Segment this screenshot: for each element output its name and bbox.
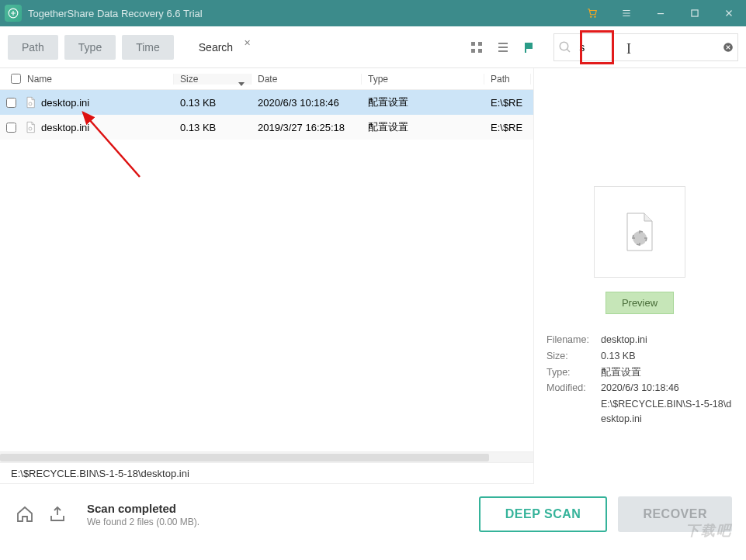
col-type[interactable]: Type xyxy=(362,74,484,85)
select-all-checkbox[interactable] xyxy=(11,74,21,84)
text-cursor-icon: I xyxy=(626,41,628,55)
close-icon[interactable] xyxy=(712,0,746,26)
svg-rect-7 xyxy=(478,49,482,53)
menu-icon[interactable] xyxy=(609,0,644,26)
file-path: E:\$RE xyxy=(484,122,531,133)
export-icon[interactable] xyxy=(47,503,68,525)
svg-rect-6 xyxy=(471,49,475,53)
view-grid-icon[interactable] xyxy=(465,36,488,59)
svg-point-1 xyxy=(590,16,592,18)
meta-modified: 2020/6/3 10:18:46 xyxy=(601,381,733,396)
file-size: 0.13 KB xyxy=(174,122,252,133)
meta-size: 0.13 KB xyxy=(601,349,733,364)
tab-path[interactable]: Path xyxy=(8,35,58,60)
file-name: desktop.ini xyxy=(41,122,89,133)
svg-point-2 xyxy=(595,16,596,18)
preview-thumbnail xyxy=(594,186,685,278)
titlebar: TogetherShare Data Recovery 6.6 Trial xyxy=(0,0,746,26)
maximize-icon[interactable] xyxy=(678,0,712,26)
svg-rect-9 xyxy=(525,43,526,53)
file-date: 2019/3/27 16:25:18 xyxy=(252,122,362,133)
svg-rect-4 xyxy=(471,42,475,46)
col-date[interactable]: Date xyxy=(252,74,362,85)
scan-status-sub: We found 2 files (0.00 MB). xyxy=(87,517,468,527)
file-table: Name Size Date Type Path desktop.ini 0.1… xyxy=(0,68,533,451)
row-checkbox[interactable] xyxy=(6,123,16,133)
col-size[interactable]: Size xyxy=(174,74,252,85)
file-type: 配置设置 xyxy=(362,120,484,134)
svg-rect-3 xyxy=(692,10,698,16)
footer: Scan completed We found 2 files (0.00 MB… xyxy=(0,484,746,544)
meta-type: 配置设置 xyxy=(601,365,733,380)
app-title: TogetherShare Data Recovery 6.6 Trial xyxy=(28,8,575,19)
row-checkbox[interactable] xyxy=(6,98,16,108)
svg-point-10 xyxy=(560,42,568,50)
preview-panel: Preview Filename:desktop.ini Size:0.13 K… xyxy=(534,68,745,484)
meta-fullpath: E:\$RECYCLE.BIN\S-1-5-18\desktop.ini xyxy=(601,397,733,427)
col-name[interactable]: Name xyxy=(0,74,174,85)
file-name: desktop.ini xyxy=(41,97,89,109)
search-box: I xyxy=(553,33,738,61)
tab-type[interactable]: Type xyxy=(64,35,116,60)
file-date: 2020/6/3 10:18:46 xyxy=(252,97,362,109)
file-type: 配置设置 xyxy=(362,95,484,109)
tab-time[interactable]: Time xyxy=(122,35,174,60)
meta-filename: desktop.ini xyxy=(601,333,733,347)
minimize-icon[interactable] xyxy=(644,0,678,26)
tab-search-label: Search xyxy=(199,41,233,54)
scan-status-title: Scan completed xyxy=(87,502,468,515)
deep-scan-button[interactable]: DEEP SCAN xyxy=(479,496,608,532)
app-logo xyxy=(5,5,22,22)
table-row[interactable]: desktop.ini 0.13 KB 2019/3/27 16:25:18 配… xyxy=(0,115,533,140)
file-size: 0.13 KB xyxy=(174,97,252,109)
col-path[interactable]: Path xyxy=(484,74,531,85)
file-path: E:\$RE xyxy=(484,97,531,109)
file-icon xyxy=(24,96,36,109)
path-bar: E:\$RECYCLE.BIN\S-1-5-18\desktop.ini xyxy=(0,462,533,484)
cart-icon[interactable] xyxy=(575,0,609,26)
table-row[interactable]: desktop.ini 0.13 KB 2020/6/3 10:18:46 配置… xyxy=(0,90,533,115)
table-header: Name Size Date Type Path xyxy=(0,68,533,90)
watermark: 下载吧 xyxy=(685,521,732,540)
clear-search-icon[interactable] xyxy=(718,42,737,53)
view-flag-icon[interactable] xyxy=(518,36,541,59)
search-input[interactable] xyxy=(576,38,718,57)
view-list-icon[interactable] xyxy=(491,36,515,59)
home-icon[interactable] xyxy=(14,503,36,525)
table-body: desktop.ini 0.13 KB 2020/6/3 10:18:46 配置… xyxy=(0,90,533,451)
horizontal-scrollbar[interactable] xyxy=(0,451,533,462)
close-search-icon[interactable]: ✕ xyxy=(244,38,251,48)
svg-rect-5 xyxy=(478,42,482,46)
search-icon xyxy=(554,40,576,54)
tab-search[interactable]: Search ✕ xyxy=(188,35,262,60)
file-icon xyxy=(24,121,36,133)
toolbar: Path Type Time Search ✕ I xyxy=(0,26,746,68)
preview-button[interactable]: Preview xyxy=(605,292,674,314)
file-metadata: Filename:desktop.ini Size:0.13 KB Type:配… xyxy=(546,333,733,428)
